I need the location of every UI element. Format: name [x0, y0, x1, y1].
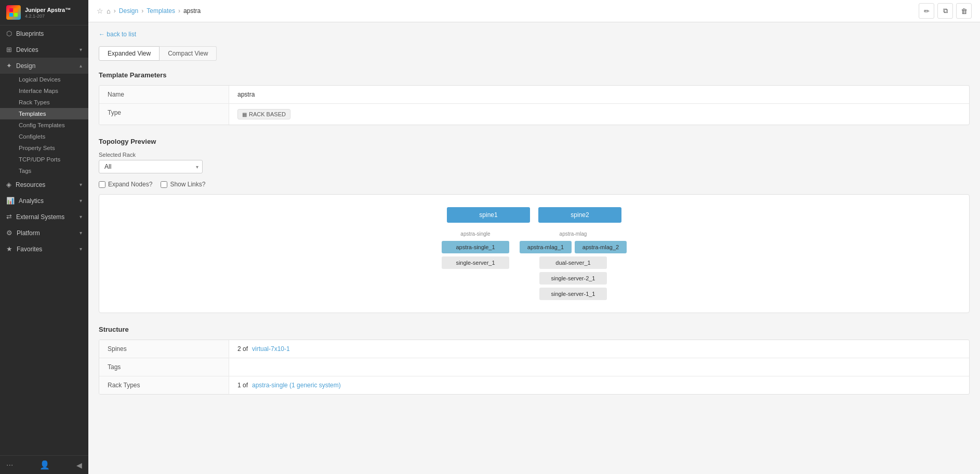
- show-links-checkbox[interactable]: [161, 181, 167, 188]
- rack-group-single: apstra-single apstra-single_1 single-ser…: [442, 231, 509, 269]
- sidebar-item-platform[interactable]: ⚙ Platform ▾: [0, 225, 88, 241]
- rack-row: apstra-single apstra-single_1 single-ser…: [442, 231, 627, 300]
- params-value-type: ▦ RACK BASED: [229, 104, 969, 125]
- copy-button[interactable]: ⧉: [937, 3, 953, 19]
- copy-icon: ⧉: [943, 7, 948, 15]
- spines-link[interactable]: virtual-7x10-1: [252, 345, 290, 353]
- toolbar-right: ✏ ⧉ 🗑: [919, 3, 972, 19]
- params-row-name: Name apstra: [99, 86, 969, 104]
- sidebar-nav: ⬡ Blueprints ⊞ Devices ▾ ✦ Design ▴ Logi…: [0, 25, 88, 257]
- structure-label-rack-types: Rack Types: [99, 376, 229, 394]
- devices-icon: ⊞: [6, 46, 12, 53]
- sidebar-item-blueprints[interactable]: ⬡ Blueprints: [0, 25, 88, 42]
- edit-icon: ✏: [924, 7, 930, 15]
- sidebar-item-resources[interactable]: ◈ Resources ▾: [0, 177, 88, 193]
- structure-value-spines: 2 of virtual-7x10-1: [229, 340, 969, 358]
- single-server-2-1-node: single-server-2_1: [539, 272, 607, 285]
- sidebar-item-interface-maps[interactable]: Interface Maps: [0, 85, 88, 97]
- structure-row-tags: Tags: [99, 358, 969, 376]
- tab-expanded-view[interactable]: Expanded View: [99, 46, 160, 61]
- apstra-single-1-node: apstra-single_1: [442, 241, 509, 253]
- rack-based-label: RACK BASED: [249, 111, 286, 117]
- rack-selector[interactable]: All: [99, 160, 203, 173]
- structure-row-spines: Spines 2 of virtual-7x10-1: [99, 340, 969, 358]
- svg-rect-3: [14, 13, 18, 17]
- app-name: Juniper Apstra™: [25, 6, 71, 13]
- favorites-chevron: ▾: [80, 246, 82, 252]
- sidebar-dots-icon[interactable]: ···: [6, 461, 13, 470]
- topology-section: Topology Preview Selected Rack All ▾ Exp…: [99, 138, 970, 313]
- topology-checkboxes: Expand Nodes? Show Links?: [99, 181, 970, 188]
- sidebar-item-tags[interactable]: Tags: [0, 165, 88, 177]
- analytics-chevron: ▾: [80, 198, 82, 204]
- bookmark-icon[interactable]: ☆: [97, 7, 103, 15]
- sidebar-label-analytics: Analytics: [19, 197, 44, 205]
- external-systems-chevron: ▾: [80, 214, 82, 220]
- sidebar-item-design[interactable]: ✦ Design ▴: [0, 58, 88, 74]
- platform-icon: ⚙: [6, 229, 12, 237]
- sidebar-item-rack-types[interactable]: Rack Types: [0, 97, 88, 108]
- back-to-list-link[interactable]: ← back to list: [99, 31, 970, 38]
- collapse-icon[interactable]: ◀: [76, 461, 82, 469]
- analytics-icon: 📊: [6, 197, 15, 205]
- single-server-1-1-node: single-server-1_1: [539, 288, 607, 300]
- platform-chevron: ▾: [80, 230, 82, 236]
- expand-nodes-checkbox[interactable]: [99, 181, 105, 188]
- sidebar-item-templates[interactable]: Templates: [0, 108, 88, 119]
- sidebar-item-configlets[interactable]: Configlets: [0, 131, 88, 142]
- structure-section-title: Structure: [99, 326, 970, 333]
- topbar: ☆ ⌂ › Design › Templates › apstra ✏ ⧉ 🗑: [88, 0, 980, 22]
- template-params-table: Name apstra Type ▦ RACK BASED: [99, 85, 970, 125]
- user-icon[interactable]: 👤: [39, 460, 50, 470]
- sidebar-item-property-sets[interactable]: Property Sets: [0, 142, 88, 154]
- structure-value-tags: [229, 358, 969, 376]
- template-parameters-section: Template Parameters Name apstra Type ▦ R…: [99, 71, 970, 125]
- delete-button[interactable]: 🗑: [956, 3, 972, 19]
- sidebar-item-favorites[interactable]: ★ Favorites ▾: [0, 241, 88, 257]
- external-systems-icon: ⇄: [6, 213, 12, 221]
- sidebar-label-blueprints: Blueprints: [16, 30, 44, 37]
- sidebar-item-tcp-udp-ports[interactable]: TCP/UDP Ports: [0, 154, 88, 165]
- params-label-type: Type: [99, 104, 229, 125]
- spine-row: spine1 spine2: [447, 207, 621, 223]
- structure-value-rack-types: 1 of apstra-single (1 generic system): [229, 376, 969, 394]
- sidebar: Juniper Apstra™ 4.2.1-207 ⬡ Blueprints ⊞…: [0, 0, 88, 474]
- blueprints-icon: ⬡: [6, 30, 12, 37]
- svg-rect-1: [14, 8, 18, 12]
- tab-compact-view[interactable]: Compact View: [160, 46, 217, 61]
- rack-selector-group: Selected Rack All ▾: [99, 152, 203, 173]
- sidebar-label-resources: Resources: [16, 181, 45, 188]
- svg-rect-0: [9, 8, 13, 12]
- design-chevron: ▴: [80, 63, 82, 69]
- delete-icon: 🗑: [961, 7, 968, 15]
- breadcrumb: ☆ ⌂ › Design › Templates › apstra: [97, 7, 201, 15]
- expand-nodes-label: Expand Nodes?: [108, 181, 152, 188]
- breadcrumb-templates[interactable]: Templates: [147, 7, 175, 15]
- spine2-box: spine2: [538, 207, 621, 223]
- topology-controls: Selected Rack All ▾: [99, 152, 970, 173]
- structure-section: Structure Spines 2 of virtual-7x10-1 Tag…: [99, 326, 970, 395]
- main-content: ☆ ⌂ › Design › Templates › apstra ✏ ⧉ 🗑 …: [88, 0, 980, 474]
- show-links-checkbox-label[interactable]: Show Links?: [161, 181, 205, 188]
- sidebar-item-external-systems[interactable]: ⇄ External Systems ▾: [0, 209, 88, 225]
- params-value-name: apstra: [229, 86, 969, 103]
- rack-group-mlag: apstra-mlag apstra-mlag_1 apstra-mlag_2 …: [520, 231, 627, 300]
- rack-types-link[interactable]: apstra-single (1 generic system): [252, 382, 341, 389]
- single-server-1-node: single-server_1: [442, 256, 509, 269]
- app-version: 4.2.1-207: [25, 13, 71, 19]
- content-area: ← back to list Expanded View Compact Vie…: [88, 22, 980, 474]
- design-icon: ✦: [6, 62, 12, 70]
- expand-nodes-checkbox-label[interactable]: Expand Nodes?: [99, 181, 152, 188]
- sidebar-label-devices: Devices: [16, 46, 38, 53]
- sidebar-item-logical-devices[interactable]: Logical Devices: [0, 74, 88, 85]
- breadcrumb-design[interactable]: Design: [119, 7, 138, 15]
- structure-label-spines: Spines: [99, 340, 229, 358]
- devices-chevron: ▾: [80, 47, 82, 52]
- sidebar-item-devices[interactable]: ⊞ Devices ▾: [0, 42, 88, 58]
- design-sub-items: Logical Devices Interface Maps Rack Type…: [0, 74, 88, 177]
- home-icon[interactable]: ⌂: [107, 7, 111, 15]
- params-label-name: Name: [99, 86, 229, 103]
- sidebar-item-config-templates[interactable]: Config Templates: [0, 119, 88, 131]
- sidebar-item-analytics[interactable]: 📊 Analytics ▾: [0, 193, 88, 209]
- edit-button[interactable]: ✏: [919, 3, 934, 19]
